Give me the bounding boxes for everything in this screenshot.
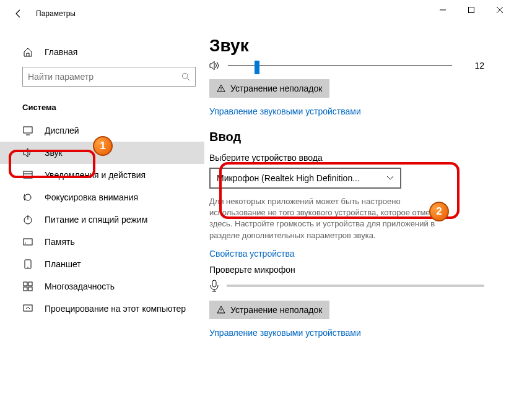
sidebar-item-label: Уведомления и действия bbox=[45, 170, 146, 180]
svg-point-23 bbox=[220, 90, 221, 91]
sidebar-item-label: Питание и спящий режим bbox=[45, 215, 147, 225]
input-heading: Ввод bbox=[209, 130, 484, 144]
sidebar-item-multitask[interactable]: Многозадачность bbox=[0, 275, 204, 298]
device-properties-link[interactable]: Свойства устройства bbox=[209, 249, 484, 259]
sidebar-item-label: Планшет bbox=[45, 259, 81, 269]
svg-rect-6 bbox=[24, 127, 32, 133]
sidebar-item-project[interactable]: Проецирование на этот компьютер bbox=[0, 298, 204, 320]
sidebar-item-tablet[interactable]: Планшет bbox=[0, 253, 204, 275]
microphone-icon bbox=[209, 280, 219, 292]
svg-point-14 bbox=[25, 242, 26, 244]
window-controls bbox=[429, 0, 514, 20]
sound-icon bbox=[22, 148, 33, 158]
close-button[interactable] bbox=[486, 0, 514, 20]
multitask-icon bbox=[22, 281, 33, 291]
minimize-icon bbox=[440, 7, 446, 13]
svg-rect-24 bbox=[212, 280, 216, 287]
chevron-down-icon bbox=[386, 176, 394, 181]
back-button[interactable] bbox=[9, 4, 28, 24]
troubleshoot-input-button[interactable]: Устранение неполадок bbox=[209, 301, 329, 319]
arrow-left-icon bbox=[14, 9, 24, 19]
warning-icon bbox=[217, 306, 225, 314]
sidebar-item-notifications[interactable]: Уведомления и действия bbox=[0, 164, 204, 186]
home-label: Главная bbox=[45, 47, 77, 57]
volume-value: 12 bbox=[460, 61, 484, 71]
svg-line-5 bbox=[187, 78, 189, 80]
focus-icon bbox=[22, 192, 33, 202]
svg-rect-20 bbox=[28, 287, 32, 291]
test-mic-label: Проверьте микрофон bbox=[209, 265, 484, 275]
page-title: Звук bbox=[209, 36, 484, 56]
manage-input-devices-link[interactable]: Управление звуковыми устройствами bbox=[209, 328, 484, 338]
sidebar-item-label: Дисплей bbox=[45, 126, 79, 135]
svg-rect-21 bbox=[24, 305, 32, 311]
input-select-label: Выберите устройство ввода bbox=[209, 153, 484, 163]
sidebar-item-label: Многозадачность bbox=[45, 281, 115, 291]
svg-rect-13 bbox=[24, 239, 32, 245]
tablet-icon bbox=[22, 259, 33, 269]
svg-point-4 bbox=[182, 73, 188, 79]
home-icon bbox=[22, 47, 33, 57]
svg-rect-17 bbox=[24, 282, 27, 286]
close-icon bbox=[497, 7, 503, 13]
annotation-badge-1: 1 bbox=[93, 136, 113, 156]
troubleshoot-label: Устранение неполадок bbox=[230, 305, 322, 315]
maximize-button[interactable] bbox=[457, 0, 486, 20]
troubleshoot-output-button[interactable]: Устранение неполадок bbox=[209, 79, 329, 98]
search-icon bbox=[181, 72, 190, 81]
input-device-dropdown[interactable]: Микрофон (Realtek High Definition... bbox=[209, 168, 401, 189]
power-icon bbox=[22, 215, 33, 225]
svg-point-10 bbox=[25, 194, 31, 200]
mic-level-bar bbox=[227, 285, 484, 287]
mic-test-row bbox=[209, 280, 484, 292]
sidebar-item-label: Фокусировка внимания bbox=[45, 192, 138, 202]
volume-icon bbox=[209, 61, 220, 71]
svg-point-16 bbox=[27, 267, 28, 268]
svg-point-26 bbox=[220, 312, 221, 312]
storage-icon bbox=[22, 237, 33, 247]
svg-rect-19 bbox=[24, 287, 27, 291]
volume-slider[interactable] bbox=[228, 65, 452, 66]
sidebar-item-storage[interactable]: Память bbox=[0, 231, 204, 253]
home-link[interactable]: Главная bbox=[0, 42, 204, 62]
manage-output-devices-link[interactable]: Управление звуковыми устройствами bbox=[209, 106, 484, 116]
window-title: Параметры bbox=[36, 9, 76, 18]
annotation-badge-2: 2 bbox=[429, 202, 449, 221]
project-icon bbox=[22, 304, 33, 314]
search-field[interactable] bbox=[28, 72, 181, 82]
search-input[interactable] bbox=[22, 67, 196, 87]
main-panel: Звук 12 Устранение неполадок Управление … bbox=[204, 27, 514, 420]
titlebar: Параметры bbox=[0, 0, 514, 27]
minimize-button[interactable] bbox=[429, 0, 457, 20]
category-label: Система bbox=[0, 87, 204, 119]
sidebar-item-label: Звук bbox=[45, 148, 63, 158]
svg-rect-18 bbox=[28, 282, 32, 286]
sidebar-item-label: Память bbox=[45, 237, 75, 247]
svg-rect-1 bbox=[469, 7, 474, 13]
volume-row: 12 bbox=[209, 61, 484, 71]
display-icon bbox=[22, 126, 33, 135]
sidebar-item-focus[interactable]: Фокусировка внимания bbox=[0, 186, 204, 208]
notifications-icon bbox=[22, 170, 33, 180]
input-description: Для некоторых приложений может быть наст… bbox=[209, 196, 457, 241]
warning-icon bbox=[217, 84, 225, 93]
svg-rect-8 bbox=[24, 171, 32, 178]
sidebar-item-label: Проецирование на этот компьютер bbox=[45, 304, 186, 314]
maximize-icon bbox=[468, 7, 474, 13]
sidebar-item-power[interactable]: Питание и спящий режим bbox=[0, 208, 204, 231]
sidebar: Главная Система ДисплейЗвукУведомления и… bbox=[0, 27, 204, 420]
troubleshoot-label: Устранение неполадок bbox=[230, 84, 322, 93]
input-device-selected: Микрофон (Realtek High Definition... bbox=[217, 173, 360, 183]
volume-thumb[interactable] bbox=[255, 61, 259, 74]
